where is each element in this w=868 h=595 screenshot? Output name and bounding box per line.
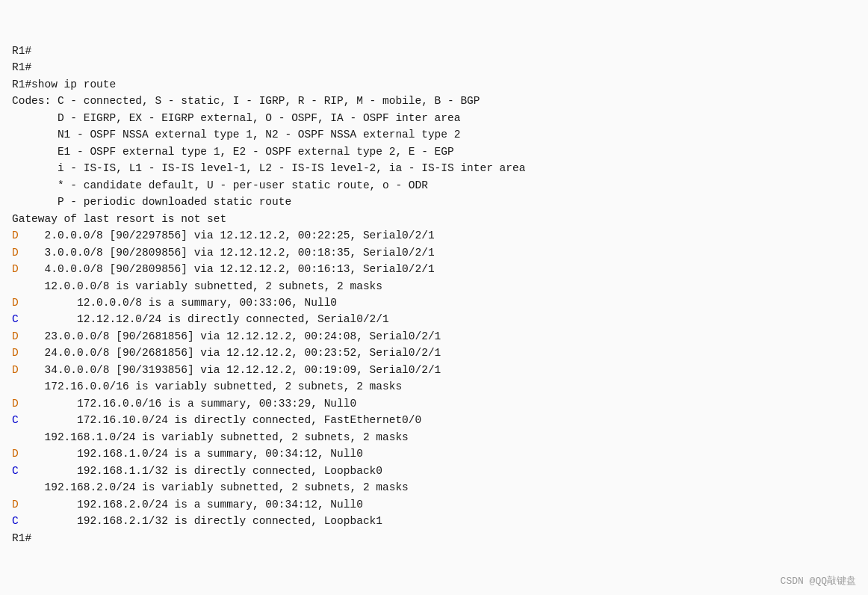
terminal-line: * - candidate default, U - per-user stat… — [12, 177, 856, 194]
terminal-line: C 192.168.2.1/32 is directly connected, … — [12, 513, 856, 529]
watermark-text: CSDN @QQ敲键盘 — [781, 574, 856, 588]
terminal-line: D 34.0.0.0/8 [90/3193856] via 12.12.12.2… — [12, 362, 856, 378]
terminal-line: D - EIGRP, EX - EIGRP external, O - OSPF… — [12, 110, 856, 126]
terminal-line: Codes: C - connected, S - static, I - IG… — [12, 93, 856, 109]
terminal-line: E1 - OSPF external type 1, E2 - OSPF ext… — [12, 144, 856, 160]
terminal-line: R1# — [12, 59, 856, 75]
terminal-line: C 12.12.12.0/24 is directly connected, S… — [12, 311, 856, 327]
terminal-line: R1# — [12, 530, 856, 546]
terminal-line: 172.16.0.0/16 is variably subnetted, 2 s… — [12, 378, 856, 395]
terminal-line: D 192.168.2.0/24 is a summary, 00:34:12,… — [12, 496, 856, 513]
terminal-line: D 3.0.0.0/8 [90/2809856] via 12.12.12.2,… — [12, 244, 856, 261]
terminal-window: R1#R1#R1#show ip routeCodes: C - connect… — [0, 0, 868, 595]
terminal-line: 192.168.1.0/24 is variably subnetted, 2 … — [12, 429, 856, 446]
terminal-line: D 172.16.0.0/16 is a summary, 00:33:29, … — [12, 395, 856, 412]
terminal-content: R1#R1#R1#show ip routeCodes: C - connect… — [12, 9, 856, 546]
terminal-line: R1#show ip route — [12, 76, 856, 93]
terminal-line: i - IS-IS, L1 - IS-IS level-1, L2 - IS-I… — [12, 160, 856, 176]
terminal-line: R1# — [12, 43, 856, 59]
terminal-line: Gateway of last resort is not set — [12, 211, 856, 227]
terminal-line: D 24.0.0.0/8 [90/2681856] via 12.12.12.2… — [12, 345, 856, 361]
terminal-line: P - periodic downloaded static route — [12, 194, 856, 210]
terminal-line: D 192.168.1.0/24 is a summary, 00:34:12,… — [12, 446, 856, 462]
terminal-line: N1 - OSPF NSSA external type 1, N2 - OSP… — [12, 126, 856, 143]
terminal-line: D 23.0.0.0/8 [90/2681856] via 12.12.12.2… — [12, 328, 856, 345]
terminal-line: 12.0.0.0/8 is variably subnetted, 2 subn… — [12, 278, 856, 295]
terminal-line: 192.168.2.0/24 is variably subnetted, 2 … — [12, 479, 856, 496]
terminal-line: C 192.168.1.1/32 is directly connected, … — [12, 463, 856, 479]
terminal-line: D 4.0.0.0/8 [90/2809856] via 12.12.12.2,… — [12, 261, 856, 277]
terminal-line: D 12.0.0.0/8 is a summary, 00:33:06, Nul… — [12, 295, 856, 311]
terminal-line: D 2.0.0.0/8 [90/2297856] via 12.12.12.2,… — [12, 227, 856, 244]
terminal-line: C 172.16.10.0/24 is directly connected, … — [12, 412, 856, 428]
